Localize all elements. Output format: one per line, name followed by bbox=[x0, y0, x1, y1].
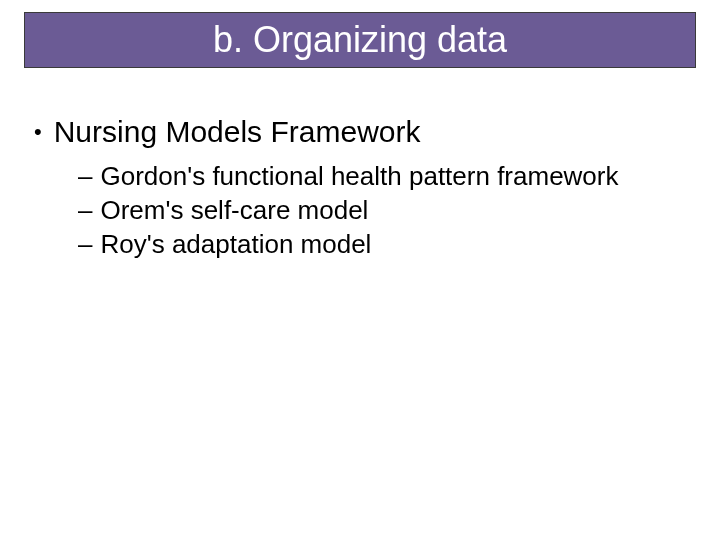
bullet-level-2: – Roy's adaptation model bbox=[78, 228, 696, 260]
dash-marker: – bbox=[78, 160, 92, 192]
slide-body: • Nursing Models Framework – Gordon's fu… bbox=[26, 100, 696, 262]
bullet-text: Orem's self-care model bbox=[100, 194, 368, 226]
bullet-text: Roy's adaptation model bbox=[100, 228, 371, 260]
bullet-marker: • bbox=[34, 114, 42, 150]
bullet-level-1: • Nursing Models Framework bbox=[26, 114, 696, 150]
bullet-text: Gordon's functional health pattern frame… bbox=[100, 160, 618, 192]
bullet-text: Nursing Models Framework bbox=[54, 114, 421, 150]
slide-title: b. Organizing data bbox=[213, 19, 507, 61]
slide-title-bar: b. Organizing data bbox=[24, 12, 696, 68]
dash-marker: – bbox=[78, 228, 92, 260]
bullet-level-2: – Gordon's functional health pattern fra… bbox=[78, 160, 696, 192]
bullet-level-2: – Orem's self-care model bbox=[78, 194, 696, 226]
dash-marker: – bbox=[78, 194, 92, 226]
